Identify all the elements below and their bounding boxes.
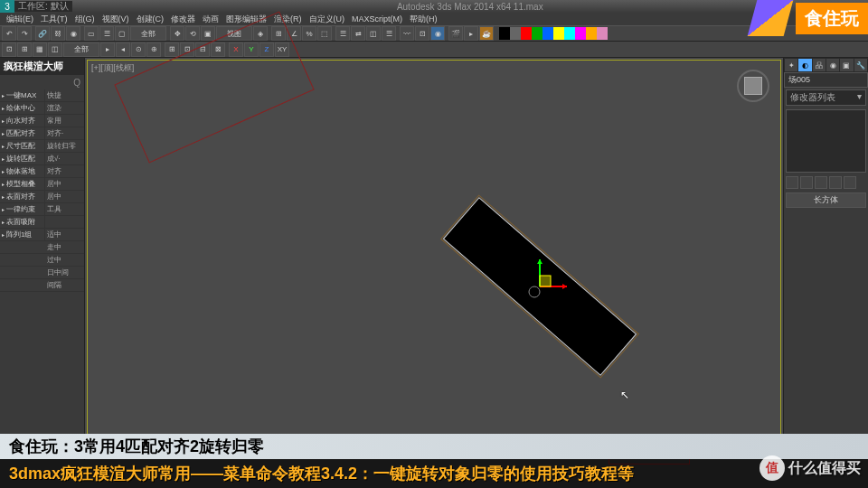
render-setup-button[interactable]: 🎬 <box>448 26 463 41</box>
sidebar-row-left[interactable]: 向水对齐 <box>0 115 45 127</box>
unlink-button[interactable]: ⛓ <box>51 26 65 41</box>
viewport-label[interactable]: [+][顶][线框] <box>91 62 134 74</box>
select-name-button[interactable]: ☰ <box>99 26 114 41</box>
tool-e[interactable]: 全部 <box>63 42 99 57</box>
sidebar-row-right[interactable]: 对齐· <box>45 127 84 139</box>
link-button[interactable]: 🔗 <box>35 26 50 41</box>
sidebar-row[interactable]: 阵列1组适中 <box>0 229 84 241</box>
percent-snap-button[interactable]: % <box>302 26 316 41</box>
sidebar-row-right[interactable]: 工具 <box>45 203 84 215</box>
sidebar-row[interactable]: 过中 <box>0 254 84 267</box>
pin-stack-button[interactable] <box>786 176 798 189</box>
align-button[interactable]: ◫ <box>366 26 381 41</box>
sidebar-row-right[interactable]: 对齐 <box>45 165 84 177</box>
sidebar-row-right[interactable]: 间隔 <box>45 279 84 291</box>
menu-animation[interactable]: 动画 <box>200 14 222 25</box>
spinner-snap-button[interactable]: ⬚ <box>317 26 332 41</box>
tool-i[interactable]: ⊕ <box>146 42 161 57</box>
sidebar-row[interactable]: 向水对齐常用 <box>0 115 84 127</box>
tool-f[interactable]: ▸ <box>100 42 115 57</box>
sidebar-row[interactable]: 绘体中心渲染 <box>0 102 84 115</box>
schematic-button[interactable]: ⊡ <box>415 26 429 41</box>
sidebar-row-left[interactable]: 一键MAX <box>0 89 45 101</box>
sidebar-row-left[interactable]: 尺寸匹配 <box>0 140 45 152</box>
object-name-field[interactable]: 场005 <box>784 72 868 88</box>
sidebar-row-right[interactable]: 过中 <box>45 254 84 266</box>
menu-view[interactable]: 视图(V) <box>99 14 132 25</box>
filter-dropdown[interactable]: 全部 <box>130 26 166 41</box>
sidebar-row-right[interactable]: 日中间 <box>45 267 84 278</box>
configure-button[interactable] <box>844 176 856 189</box>
sidebar-row[interactable]: 一律约束工具 <box>0 203 84 216</box>
tool-a[interactable]: ⊡ <box>2 42 16 57</box>
tool-d[interactable]: ◫ <box>48 42 62 57</box>
sidebar-row-right[interactable]: 常用 <box>45 115 84 127</box>
sidebar-row-right[interactable]: 成√· <box>45 153 84 164</box>
tab-hierarchy[interactable]: 品 <box>813 59 826 71</box>
selected-object[interactable] <box>431 178 648 395</box>
menu-modifiers[interactable]: 修改器 <box>168 14 198 25</box>
menu-group[interactable]: 组(G) <box>72 14 98 25</box>
sidebar-row[interactable]: 表面吸附 <box>0 216 84 229</box>
sidebar-row[interactable]: 尺寸匹配旋转归零 <box>0 140 84 153</box>
remove-mod-button[interactable] <box>829 176 842 189</box>
rotate-button[interactable]: ⟲ <box>185 26 200 41</box>
sidebar-row-left[interactable]: 绘体中心 <box>0 102 45 114</box>
select-button[interactable]: ▭ <box>84 26 99 41</box>
sidebar-row[interactable]: 一键MAX快捷 <box>0 89 84 102</box>
mirror-button[interactable]: ⇄ <box>351 26 365 41</box>
tool-c[interactable]: ▦ <box>33 42 47 57</box>
tool-h[interactable]: ⊙ <box>131 42 146 57</box>
search-icon[interactable]: Q <box>73 78 80 88</box>
sidebar-row-left[interactable]: 一律约束 <box>0 203 45 215</box>
material-button[interactable]: ◉ <box>430 26 445 41</box>
modifier-list-dropdown[interactable]: 修改器列表▾ <box>786 89 866 106</box>
modifier-stack[interactable] <box>786 109 866 173</box>
show-result-button[interactable] <box>800 176 813 189</box>
sidebar-row[interactable]: 匹配对齐对齐· <box>0 127 84 140</box>
tab-display[interactable]: ▣ <box>840 59 853 71</box>
render-button[interactable]: ☕ <box>479 26 494 41</box>
color-swatches[interactable] <box>499 27 608 40</box>
menu-maxscript[interactable]: MAXScript(M) <box>349 14 405 23</box>
tab-modify[interactable]: ◐ <box>798 59 811 71</box>
menu-help[interactable]: 帮助(H) <box>407 14 440 25</box>
tool-g[interactable]: ◂ <box>116 42 130 57</box>
sidebar-row[interactable]: 物体落地对齐 <box>0 165 84 178</box>
sidebar-row-left[interactable]: 表面吸附 <box>0 216 45 228</box>
tab-create[interactable]: ✦ <box>785 59 797 71</box>
sidebar-row-left[interactable]: 匹配对齐 <box>0 127 45 139</box>
named-sel-button[interactable]: ☰ <box>335 26 350 41</box>
sidebar-row-right[interactable] <box>45 216 84 228</box>
redo-button[interactable]: ↷ <box>17 26 32 41</box>
menu-tools[interactable]: 工具(T) <box>38 14 71 25</box>
params-rollout[interactable]: 长方体 <box>786 192 866 208</box>
sidebar-row-left[interactable]: 物体落地 <box>0 165 45 177</box>
menu-custom[interactable]: 自定义(U) <box>307 14 348 25</box>
sidebar-row-right[interactable]: 居中 <box>45 178 84 190</box>
tab-utilities[interactable]: 🔧 <box>854 59 867 71</box>
sidebar-row[interactable]: 走中 <box>0 241 84 254</box>
sidebar-row-right[interactable]: 旋转归零 <box>45 140 84 152</box>
sidebar-row-right[interactable]: 走中 <box>45 241 84 253</box>
menu-edit[interactable]: 编辑(E) <box>4 14 36 25</box>
sidebar-row-right[interactable]: 适中 <box>45 229 84 240</box>
sidebar-row-left[interactable]: 阵列1组 <box>0 229 45 240</box>
unique-button[interactable] <box>815 176 827 189</box>
menu-create[interactable]: 创建(C) <box>134 14 167 25</box>
scale-button[interactable]: ▣ <box>201 26 215 41</box>
sidebar-row[interactable]: 表面对齐居中 <box>0 191 84 203</box>
tab-motion[interactable]: ◉ <box>826 59 839 71</box>
select-region-button[interactable]: ▢ <box>115 26 129 41</box>
curve-editor-button[interactable]: 〰 <box>400 26 414 41</box>
workspace-selector[interactable]: 工作区: 默认 <box>14 1 72 12</box>
sidebar-row[interactable]: 旋转匹配成√· <box>0 153 84 165</box>
move-button[interactable]: ✥ <box>170 26 184 41</box>
sidebar-row[interactable]: 间隔 <box>0 279 84 292</box>
viewcube[interactable] <box>737 70 769 102</box>
bind-button[interactable]: ◉ <box>66 26 80 41</box>
tool-b[interactable]: ⊞ <box>17 42 32 57</box>
sidebar-row-right[interactable]: 居中 <box>45 191 84 202</box>
sidebar-row-left[interactable]: 表面对齐 <box>0 191 45 202</box>
sidebar-row-right[interactable]: 渲染 <box>45 102 84 114</box>
